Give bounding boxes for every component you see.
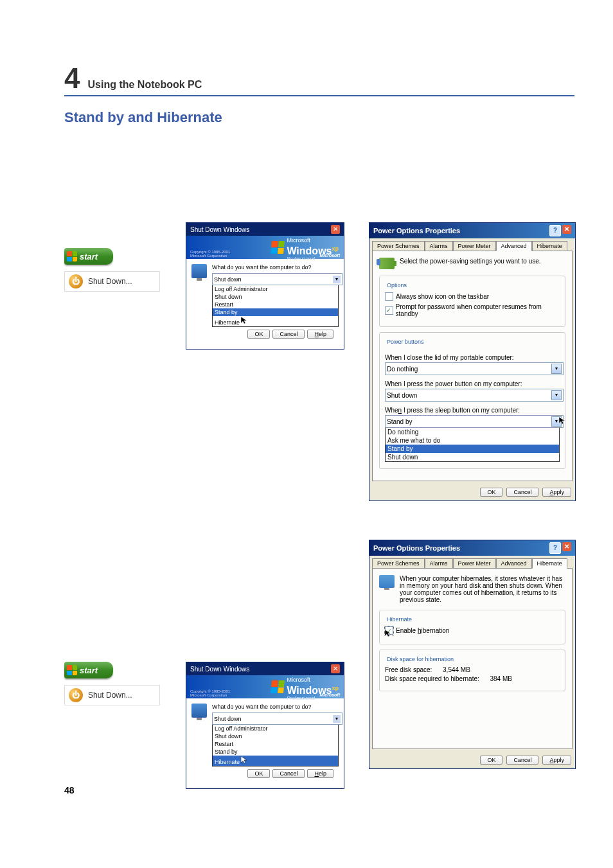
tab-hibernate[interactable]: Hibernate [532, 558, 567, 569]
cursor-icon [385, 630, 391, 637]
shutdown-action-select[interactable]: Shut down ▾ [212, 273, 342, 285]
checkbox-label: Always show icon on the taskbar [396, 293, 489, 300]
chapter-title: Using the Notebook PC [87, 79, 202, 91]
section-title: Stand by and Hibernate [64, 109, 574, 126]
tab-advanced[interactable]: Advanced [496, 558, 532, 568]
dropdown-option[interactable]: Hibernate [213, 316, 338, 326]
cursor-icon [559, 417, 565, 425]
shutdown-question: What do you want the computer to do? [212, 704, 339, 710]
dropdown-option[interactable]: Shut down [213, 293, 338, 301]
close-lid-select[interactable]: Do nothing ▾ [385, 362, 564, 375]
power-options-hibernate-dialog: Power Options Properties ? ✕ Power Schem… [369, 540, 576, 769]
chevron-down-icon: ▾ [551, 364, 562, 374]
tab-power-schemes[interactable]: Power Schemes [372, 241, 425, 251]
power-icon: ⏻ [69, 688, 83, 702]
cancel-button[interactable]: Cancel [272, 330, 305, 339]
dialog-title: Power Options Properties [373, 227, 460, 235]
free-disk-label: Free disk space: [385, 666, 432, 673]
close-lid-label: When I close the lid of my portable comp… [385, 354, 560, 361]
power-button-select[interactable]: Shut down ▾ [385, 389, 564, 402]
tab-advanced[interactable]: Advanced [496, 241, 532, 251]
shutdown-question: What do you want the computer to do? [212, 264, 339, 270]
required-disk-label: Disk space required to hibernate: [385, 675, 479, 682]
dropdown-option[interactable]: Log off Administrator [213, 725, 338, 732]
start-button[interactable]: start [64, 662, 113, 678]
shutdown-menu-item[interactable]: ⏻ Shut Down... [64, 685, 160, 705]
ok-button[interactable]: OK [480, 488, 502, 497]
help-icon[interactable]: ? [549, 542, 561, 554]
sleep-button-label: When I press the sleep button on my comp… [385, 407, 560, 414]
power-buttons-group-title: Power buttons [385, 339, 426, 345]
tab-power-meter[interactable]: Power Meter [453, 241, 496, 251]
shutdown-menu-label: Shut Down... [88, 691, 132, 700]
hibernate-group-title: Hibernate [385, 616, 414, 623]
checkbox-show-icon[interactable] [385, 292, 393, 301]
close-icon[interactable]: ✕ [331, 664, 340, 673]
dropdown-option[interactable]: Ask me what to do [386, 436, 559, 445]
dropdown-option[interactable]: Hibernate [213, 756, 338, 766]
dropdown-option[interactable]: Stand by [213, 748, 338, 756]
shutdown-menu-item[interactable]: ⏻ Shut Down... [64, 271, 160, 292]
cursor-icon [241, 317, 247, 324]
apply-button[interactable]: Apply [542, 756, 571, 765]
dropdown-option[interactable]: Restart [213, 740, 338, 748]
tab-alarms[interactable]: Alarms [425, 558, 453, 568]
tab-power-meter[interactable]: Power Meter [453, 558, 496, 568]
chevron-down-icon: ▾ [551, 390, 562, 400]
windows-flag-icon [67, 251, 77, 261]
dropdown-option[interactable]: Restart [213, 301, 338, 308]
required-disk-value: 384 MB [490, 675, 511, 682]
tab-hibernate[interactable]: Hibernate [532, 241, 567, 251]
help-icon[interactable]: ? [549, 225, 561, 236]
tab-bar: Power Schemes Alarms Power Meter Advance… [369, 238, 575, 251]
dialog-title: Power Options Properties [373, 544, 460, 552]
chevron-down-icon: ▾ [551, 416, 562, 427]
tab-alarms[interactable]: Alarms [425, 241, 453, 251]
close-icon[interactable]: ✕ [562, 542, 571, 551]
shutdown-dropdown: Log off Administrator Shut down Restart … [212, 285, 339, 327]
ok-button[interactable]: OK [480, 756, 502, 765]
close-icon[interactable]: ✕ [331, 225, 340, 234]
tab-power-schemes[interactable]: Power Schemes [372, 558, 425, 568]
checkbox-prompt-password[interactable]: ✓ [385, 306, 393, 315]
cancel-button[interactable]: Cancel [506, 488, 538, 497]
help-button[interactable]: Help [307, 330, 333, 339]
checkbox-label: Prompt for password when computer resume… [396, 303, 560, 317]
shutdown-dialog-title: Shut Down Windows [190, 666, 249, 673]
shutdown-dropdown: Log off Administrator Shut down Restart … [212, 725, 339, 766]
options-group-title: Options [385, 282, 409, 288]
ok-button[interactable]: OK [247, 330, 270, 339]
power-options-advanced-dialog: Power Options Properties ? ✕ Power Schem… [369, 222, 576, 501]
dropdown-option[interactable]: Shut down [386, 453, 559, 461]
sleep-button-select[interactable]: Stand by ▾ [385, 415, 564, 428]
dropdown-option[interactable]: Log off Administrator [213, 285, 338, 293]
ok-button[interactable]: OK [247, 769, 270, 778]
monitor-icon [191, 264, 207, 278]
close-icon[interactable]: ✕ [562, 225, 571, 234]
intro-text: When your computer hibernates, it stores… [400, 575, 565, 603]
cancel-button[interactable]: Cancel [272, 769, 305, 778]
start-button[interactable]: start [64, 248, 113, 265]
shutdown-dialog-title: Shut Down Windows [190, 226, 249, 233]
help-button[interactable]: Help [307, 769, 333, 778]
cancel-button[interactable]: Cancel [506, 756, 538, 765]
checkbox-enable-hibernation[interactable]: ✓ [385, 626, 393, 635]
dropdown-option[interactable]: Stand by [213, 308, 338, 316]
intro-text: Select the power-saving settings you wan… [400, 258, 541, 265]
start-button-label: start [80, 666, 98, 675]
power-button-label: When I press the power button on my comp… [385, 380, 560, 387]
page-number: 48 [64, 785, 75, 795]
shutdown-action-select[interactable]: Shut down ▾ [212, 713, 342, 725]
monitor-icon [379, 575, 395, 588]
dropdown-option[interactable]: Do nothing [386, 428, 559, 436]
chevron-down-icon: ▾ [333, 715, 341, 723]
free-disk-value: 3,544 MB [443, 666, 470, 673]
start-button-label: start [80, 252, 98, 261]
shutdown-dialog: Shut Down Windows ✕ MicrosoftWindowsxp P… [186, 662, 344, 789]
dropdown-option[interactable]: Shut down [213, 732, 338, 740]
dropdown-option[interactable]: Stand by [386, 445, 559, 453]
apply-button[interactable]: Apply [542, 488, 571, 497]
chapter-number: 4 [64, 64, 80, 93]
sleep-button-dropdown: Do nothing Ask me what to do Stand by Sh… [385, 428, 560, 462]
chevron-down-icon: ▾ [333, 276, 341, 283]
